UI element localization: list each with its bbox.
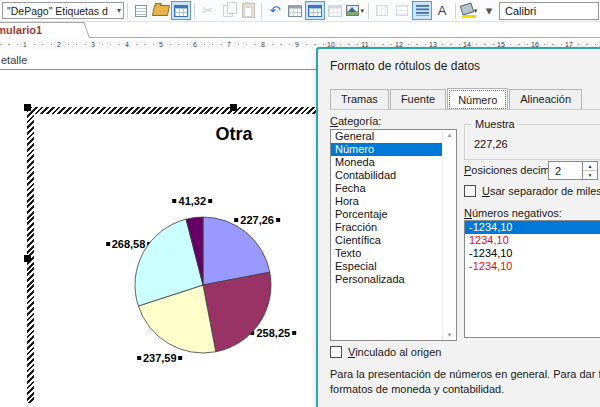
query-datasheet-button[interactable] (305, 1, 325, 20)
relationships-grid-icon (328, 5, 342, 17)
format-data-labels-dialog: Formato de rótulos de datos Tramas Fuent… (316, 47, 600, 407)
label-handle[interactable] (276, 218, 280, 222)
data-label[interactable]: 41,32 (171, 195, 215, 207)
stepper-up-icon[interactable]: ▲ (583, 162, 597, 171)
properties-button[interactable] (131, 1, 151, 20)
category-scrollbar[interactable]: ▲ ▼ (442, 130, 456, 340)
datasheet-view-button[interactable] (171, 1, 191, 20)
table-view-button[interactable] (285, 1, 305, 20)
autoformat-button[interactable]: A (432, 1, 452, 20)
scroll-down-icon[interactable]: ▼ (443, 332, 456, 338)
copy-button[interactable] (218, 1, 238, 20)
open-folder-icon (152, 5, 170, 16)
decimal-places-value: 2 (555, 165, 561, 177)
property-sheet-button[interactable] (412, 1, 432, 20)
tab-formulario1-label: mulario1 (0, 23, 86, 38)
category-item[interactable]: Personalizada (331, 273, 456, 286)
format-description: Para la presentación de números en gener… (330, 367, 600, 397)
selection-handle-leftmid[interactable] (24, 255, 31, 262)
label-handle[interactable] (173, 199, 177, 203)
decimal-places-stepper[interactable]: 2 ▲ ▼ (548, 161, 598, 180)
tab-alineacion[interactable]: Alineación (509, 89, 582, 110)
properties-icon (135, 5, 147, 17)
negative-numbers-listbox[interactable]: -1234,101234,10-1234,10-1234,10 (464, 220, 600, 338)
ruler-number: 3 (89, 40, 97, 49)
toolbar-separator (368, 3, 369, 19)
checkbox-box[interactable] (464, 185, 476, 197)
negative-format-item[interactable]: 1234,10 (465, 234, 600, 247)
label-handle[interactable] (106, 242, 110, 246)
tab-numero[interactable]: Número (447, 88, 508, 111)
negative-numbers-label: Números negativos: (464, 207, 562, 219)
category-label: Categoría: (330, 115, 381, 127)
ruler-number: 5 (157, 40, 165, 49)
data-label-text: 41,32 (179, 195, 207, 207)
category-item[interactable]: Texto (331, 247, 456, 260)
checkbox-box[interactable] (330, 346, 342, 358)
category-item[interactable]: Número (331, 143, 456, 156)
sample-label: Muestra (471, 118, 519, 130)
description-line-2: formatos de moneda y contabilidad. (330, 382, 600, 397)
relationships-grid-button[interactable] (325, 1, 345, 20)
font-combo[interactable]: Calibri (499, 2, 599, 20)
fill-color-icon (459, 2, 474, 15)
negative-format-item[interactable]: -1234,10 (465, 221, 600, 234)
pie-svg[interactable] (131, 213, 275, 357)
category-item[interactable]: Contabilidad (331, 169, 456, 182)
linked-to-source-checkbox[interactable]: Vinculado al origen (330, 346, 441, 358)
chart-title[interactable]: Otra (186, 124, 282, 145)
undo-icon: ↶ (270, 4, 281, 17)
selection-handle-topmid[interactable] (230, 104, 237, 111)
category-item[interactable]: Hora (331, 195, 456, 208)
insert-image-dropdown-icon[interactable]: ▾ (360, 7, 364, 15)
selection-handle-topleft[interactable] (24, 104, 31, 111)
category-item[interactable]: Especial (331, 260, 456, 273)
category-item[interactable]: Porcentaje (331, 208, 456, 221)
ruler-number: 7 (225, 40, 233, 49)
linked-to-source-label: Vinculado al origen (348, 346, 441, 358)
table-view-icon (288, 5, 302, 17)
stepper-down-icon[interactable]: ▼ (583, 171, 597, 179)
paste-button[interactable] (238, 1, 258, 20)
thousands-separator-checkbox[interactable]: Usar separador de miles (.) (464, 185, 600, 197)
scroll-up-icon[interactable]: ▲ (443, 132, 456, 138)
label-handle[interactable] (292, 331, 296, 335)
column-layout-icon (376, 5, 388, 16)
ruler-number: 4 (123, 40, 131, 49)
negative-format-item[interactable]: -1234,10 (465, 247, 600, 260)
negative-format-item[interactable]: -1234,10 (465, 260, 600, 273)
category-item[interactable]: Científica (331, 234, 456, 247)
category-item[interactable]: Fecha (331, 182, 456, 195)
sample-value: 227,26 (474, 138, 508, 150)
category-item[interactable]: Fracción (331, 221, 456, 234)
tab-strip-line (330, 109, 600, 110)
object-selector-combo[interactable]: "DePago" Etiquetas d ▾ (2, 2, 124, 19)
column-layout-button[interactable] (372, 1, 392, 20)
sample-groupbox: Muestra 227,26 (464, 124, 600, 160)
datasheet-view-icon (174, 5, 188, 17)
ruler-number: 8 (259, 40, 267, 49)
fill-color-button[interactable]: ▾ (459, 1, 479, 20)
document-tab-bar: mulario1 (0, 22, 600, 38)
toolbar-separator (261, 3, 262, 19)
open-folder-button[interactable] (151, 1, 171, 20)
toolbar-separator (194, 3, 195, 19)
fill-color-dropdown-icon[interactable]: ▾ (474, 7, 478, 15)
label-handle[interactable] (208, 199, 212, 203)
tab-fuente[interactable]: Fuente (390, 89, 446, 110)
category-item[interactable]: General (331, 130, 456, 143)
font-combo-value: Calibri (505, 5, 536, 17)
dialog-tab-strip: Tramas Fuente Número Alineación (330, 87, 583, 110)
insert-image-icon (346, 5, 359, 16)
stepper-buttons[interactable]: ▲ ▼ (582, 162, 597, 179)
cut-button[interactable]: ✂ (198, 1, 218, 20)
insert-image-button[interactable]: ▾ (345, 1, 365, 20)
category-listbox[interactable]: ▲ ▼ GeneralNúmeroMonedaContabilidadFecha… (330, 129, 457, 341)
ruler-number: 6 (191, 40, 199, 49)
toolbar-options-button[interactable]: ▾ (479, 1, 499, 20)
stacked-layout-button[interactable] (392, 1, 412, 20)
undo-button[interactable]: ↶ (265, 1, 285, 20)
tab-tramas[interactable]: Tramas (330, 89, 389, 110)
tab-formulario1[interactable]: mulario1 (0, 22, 90, 38)
category-item[interactable]: Moneda (331, 156, 456, 169)
